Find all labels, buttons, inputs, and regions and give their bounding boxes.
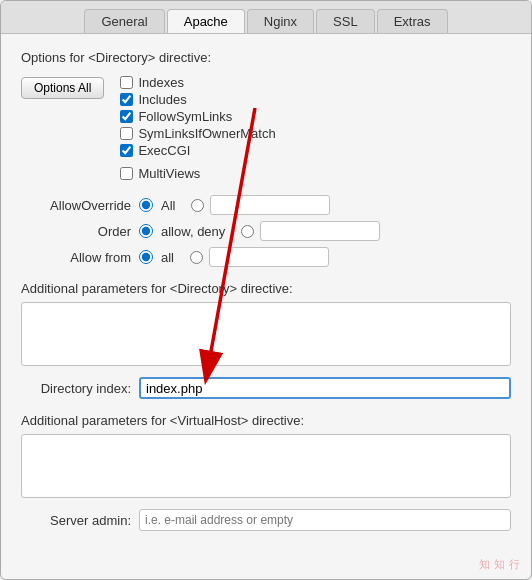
additional-directory-label: Additional parameters for <Directory> di… (21, 281, 511, 296)
directory-index-row: Directory index: (21, 377, 511, 399)
allowfrom-text[interactable] (209, 247, 329, 267)
allowfrom-value: all (161, 250, 174, 265)
options-row: Options All Indexes Includes FollowSymLi… (21, 75, 511, 181)
options-all-button[interactable]: Options All (21, 77, 104, 99)
checkbox-followsymlinks-label: FollowSymLinks (138, 109, 232, 124)
allowoverride-value: All (161, 198, 175, 213)
server-admin-input[interactable] (139, 509, 511, 531)
checkbox-symlinksifownermatch[interactable] (120, 127, 133, 140)
watermark: 知知行 (479, 557, 520, 572)
allowoverride-text[interactable] (210, 195, 330, 215)
checkbox-followsymlinks[interactable] (120, 110, 133, 123)
order-value: allow, deny (161, 224, 225, 239)
tab-bar: General Apache Nginx SSL Extras (1, 1, 531, 34)
checkbox-item-includes[interactable]: Includes (120, 92, 275, 107)
checkbox-indexes-label: Indexes (138, 75, 184, 90)
tab-extras[interactable]: Extras (377, 9, 448, 33)
additional-virtualhost-label: Additional parameters for <VirtualHost> … (21, 413, 511, 428)
checkbox-execcgi[interactable] (120, 144, 133, 157)
additional-directory-textarea[interactable] (21, 302, 511, 366)
allowfrom-radio[interactable] (139, 250, 153, 264)
order-text[interactable] (260, 221, 380, 241)
checkbox-item-execcgi[interactable]: ExecCGI (120, 143, 275, 158)
order-row: Order allow, deny (21, 221, 511, 241)
checkbox-item-followsymlinks[interactable]: FollowSymLinks (120, 109, 275, 124)
radio-section: AllowOverride All Order allow, deny (21, 195, 511, 267)
checkbox-execcgi-label: ExecCGI (138, 143, 190, 158)
checkbox-item-multiviews[interactable]: MultiViews (120, 166, 275, 181)
checkboxes-group: Indexes Includes FollowSymLinks SymLinks… (120, 75, 275, 181)
directory-index-label: Directory index: (21, 381, 131, 396)
options-section-label: Options for <Directory> directive: (21, 50, 511, 65)
checkbox-indexes[interactable] (120, 76, 133, 89)
order-label: Order (21, 224, 131, 239)
allowoverride-radio[interactable] (139, 198, 153, 212)
directory-index-input[interactable] (139, 377, 511, 399)
checkbox-includes-label: Includes (138, 92, 186, 107)
order-radio2[interactable] (241, 225, 254, 238)
tab-apache[interactable]: Apache (167, 9, 245, 33)
allowoverride-label: AllowOverride (21, 198, 131, 213)
checkbox-multiviews-label: MultiViews (138, 166, 200, 181)
server-admin-row: Server admin: (21, 509, 511, 531)
tab-general[interactable]: General (84, 9, 164, 33)
checkbox-item-symlinksifownermatch[interactable]: SymLinksIfOwnerMatch (120, 126, 275, 141)
checkbox-symlinksifownermatch-label: SymLinksIfOwnerMatch (138, 126, 275, 141)
allowoverride-row: AllowOverride All (21, 195, 511, 215)
server-admin-label: Server admin: (21, 513, 131, 528)
allowfrom-row: Allow from all (21, 247, 511, 267)
tab-ssl[interactable]: SSL (316, 9, 375, 33)
checkbox-includes[interactable] (120, 93, 133, 106)
additional-virtualhost-textarea[interactable] (21, 434, 511, 498)
checkbox-multiviews[interactable] (120, 167, 133, 180)
checkbox-item-indexes[interactable]: Indexes (120, 75, 275, 90)
allowfrom-radio2[interactable] (190, 251, 203, 264)
allowoverride-radio2[interactable] (191, 199, 204, 212)
order-radio[interactable] (139, 224, 153, 238)
tab-nginx[interactable]: Nginx (247, 9, 314, 33)
allowfrom-label: Allow from (21, 250, 131, 265)
